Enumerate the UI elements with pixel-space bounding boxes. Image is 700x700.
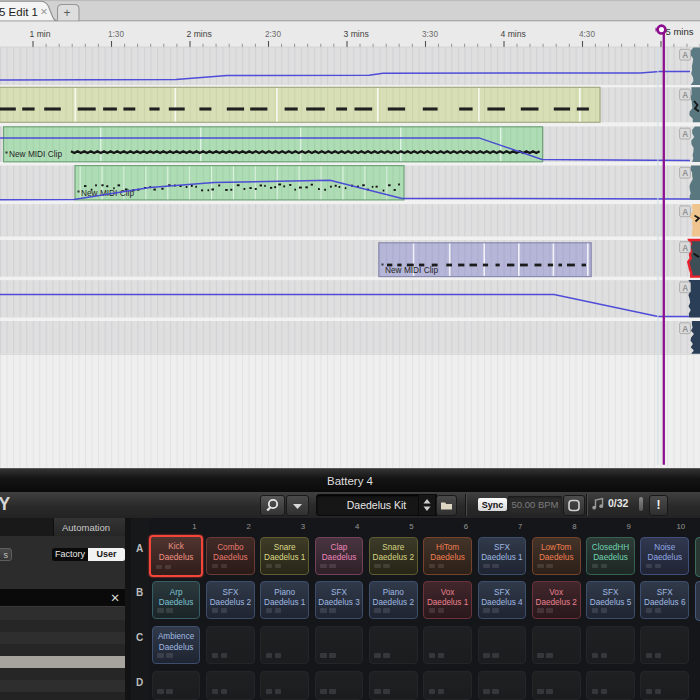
svg-text:New MIDI Clip: New MIDI Clip: [81, 188, 134, 198]
svg-text:+: +: [64, 6, 71, 20]
svg-text:2:30: 2:30: [265, 30, 281, 39]
svg-text:A: A: [682, 243, 688, 253]
svg-text:4:30: 4:30: [579, 30, 595, 39]
svg-text:5 Edit 1: 5 Edit 1: [0, 6, 38, 18]
svg-text:3:30: 3:30: [422, 30, 438, 39]
svg-text:A: A: [682, 90, 688, 100]
svg-text:✕: ✕: [40, 6, 48, 17]
svg-text:5 mins: 5 mins: [666, 26, 694, 37]
svg-text:A: A: [682, 129, 688, 139]
svg-text:4 mins: 4 mins: [501, 29, 526, 39]
svg-text:3 mins: 3 mins: [344, 29, 369, 39]
svg-text:A: A: [682, 168, 688, 178]
svg-text:1:30: 1:30: [108, 30, 124, 39]
svg-text:A: A: [682, 207, 688, 217]
svg-text:New MIDI Clip: New MIDI Clip: [9, 149, 62, 159]
svg-text:A: A: [682, 324, 688, 334]
svg-text:1 min: 1 min: [30, 29, 51, 39]
svg-text:A: A: [682, 50, 688, 60]
svg-text:New MIDI Clip: New MIDI Clip: [385, 265, 438, 275]
svg-text:A: A: [682, 283, 688, 293]
svg-text:2 mins: 2 mins: [187, 29, 212, 39]
